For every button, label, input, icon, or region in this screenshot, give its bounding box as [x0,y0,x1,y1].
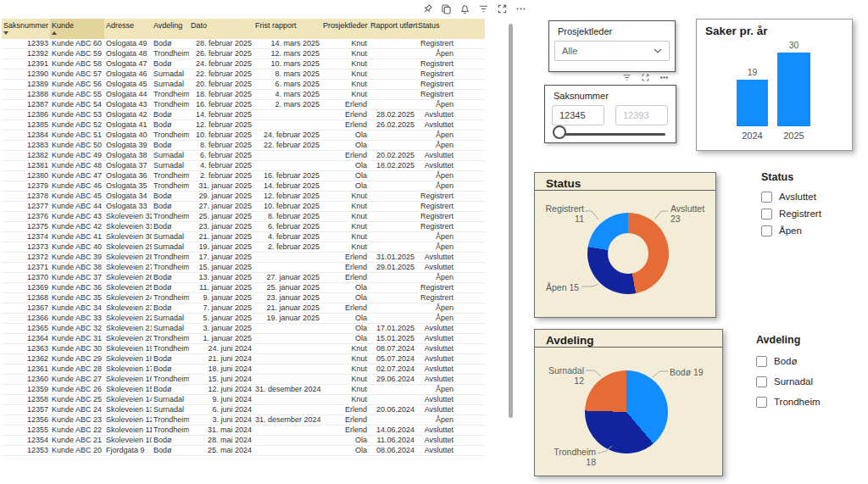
checkbox-item-avsluttet[interactable]: Avsluttet [761,188,821,205]
checkbox[interactable] [756,376,767,387]
table-cell: Registrert [416,192,455,202]
checkbox-item-bodo[interactable]: Bodø [756,351,821,371]
checkbox-item-apen[interactable]: Åpen [761,222,821,239]
avdeling-pie-card: Avdeling Surnadal 12 Bodø 19 Trondheim 1… [534,329,723,476]
table-row[interactable]: 12353Kunde ABC 20Fjordgata 9Bodø25. mai … [2,446,485,456]
prosjektleder-dropdown[interactable]: Alle [554,41,670,61]
column-header-avdeling[interactable]: Avdeling [152,19,189,39]
table-row[interactable]: 12386Kunde ABC 53Oslogata 42Bodø14. febr… [2,110,485,120]
checkbox[interactable] [761,209,772,220]
table-cell: 25. januar 2025 [253,283,321,293]
avdeling-pie-chart[interactable] [585,370,668,453]
table-row[interactable]: 12387Kunde ABC 54Oslogata 43Trondheim16.… [2,100,485,110]
table-cell-filler [455,324,485,334]
table-row[interactable]: 12358Kunde ABC 25Skoleveien 14Surnadal9.… [2,395,485,405]
checkbox[interactable] [761,225,772,236]
table-row[interactable]: 12391Kunde ABC 58Oslogata 47Bodø24. febr… [2,59,485,70]
table-row[interactable]: 12385Kunde ABC 52Oslogata 41Bodø12. febr… [2,120,485,131]
checkbox[interactable] [761,192,772,203]
column-header-frist-rapport[interactable]: Frist rapport [253,19,321,39]
column-header-status[interactable]: Status [416,19,455,39]
table-row[interactable]: 12366Kunde ABC 33Skoleveien 22Surnadal5.… [2,314,485,324]
table-row[interactable]: 12380Kunde ABC 47Oslogata 36Trondheim2. … [2,171,485,181]
status-donut-chart[interactable] [587,213,669,294]
table-row[interactable]: 12388Kunde ABC 55Oslogata 44Trondheim18.… [2,90,485,100]
cases-table-grid: Saksnummer Kunde Adresse Avdeling Dato F… [2,19,485,456]
table-row[interactable]: 12374Kunde ABC 41Skoleveien 30Surnadal21… [2,232,485,242]
table-row[interactable]: 12372Kunde ABC 39Skoleveien 28Trondheim1… [2,253,485,263]
table-cell: 29.01.2025 [369,263,416,273]
table-row[interactable]: 12364Kunde ABC 31Skoleveien 20Trondheim1… [2,334,485,344]
slicer-title: Prosjektleder [558,26,670,36]
range-slider-handle[interactable] [553,125,566,139]
checkbox[interactable] [756,397,767,408]
table-row[interactable]: 12378Kunde ABC 45Oslogata 34Bodø29. janu… [2,192,485,202]
bar[interactable] [737,80,768,126]
table-row[interactable]: 12354Kunde ABC 21Skoleveien 10Bodø28. ma… [2,436,485,446]
more-options-icon[interactable] [515,3,526,14]
table-row[interactable]: 12373Kunde ABC 40Skoleveien 29Surnadal19… [2,242,485,253]
table-cell: Kunde ABC 38 [50,263,104,273]
checkbox-item-surnadal[interactable]: Surnadal [756,371,821,392]
table-row[interactable]: 12383Kunde ABC 50Oslogata 39Bodø8. febru… [2,141,485,151]
table-scrollbar[interactable] [509,24,513,418]
checkbox[interactable] [756,356,767,367]
table-row[interactable]: 12362Kunde ABC 29Skoleveien 18Bodø21. ju… [2,354,485,364]
table-cell: 22. februar 2025 [189,70,253,80]
table-row[interactable]: 12379Kunde ABC 46Oslogata 35Trondheim31.… [2,181,485,192]
table-row[interactable]: 12357Kunde ABC 24Skoleveien 13Surnadal6.… [2,405,485,415]
table-row[interactable]: 12363Kunde ABC 30Skoleveien 19Trondheim2… [2,344,485,354]
card-header: Avdeling [535,330,722,348]
alert-icon[interactable] [459,3,470,14]
table-row[interactable]: 12367Kunde ABC 34Skoleveien 23Bodø7. jan… [2,303,485,314]
column-header-dato[interactable]: Dato [189,19,253,39]
focus-mode-icon[interactable] [640,72,650,82]
table-row[interactable]: 12371Kunde ABC 38Skoleveien 27Trondheim1… [2,263,485,273]
table-row[interactable]: 12356Kunde ABC 23Skoleveien 12Trondheim3… [2,415,485,426]
table-row[interactable]: 12382Kunde ABC 49Oslogata 38Surnadal6. f… [2,151,485,161]
table-row[interactable]: 12390Kunde ABC 57Oslogata 46Surnadal22. … [2,70,485,80]
table-cell: 14.06.2024 [369,426,416,436]
table-cell: 21. januar 2025 [189,232,253,242]
table-row[interactable]: 12375Kunde ABC 42Skoleveien 31Bodø23. ja… [2,222,485,232]
table-cell: Kunde ABC 51 [50,131,104,141]
table-row[interactable]: 12370Kunde ABC 37Skoleveien 26Bodø13. ja… [2,273,485,283]
table-cell: Åpen [416,171,455,181]
table-cell: 5. januar 2025 [189,314,253,324]
table-row[interactable]: 12360Kunde ABC 27Skoleveien 16Trondheim1… [2,375,485,385]
more-options-icon[interactable] [659,72,669,82]
range-start-input[interactable] [552,105,604,125]
range-slider-track[interactable] [555,133,665,136]
bar[interactable] [777,53,810,126]
table-row[interactable]: 12355Kunde ABC 22Skoleveien 11Trondheim3… [2,426,485,436]
table-cell: Avsluttet [416,263,455,273]
focus-mode-icon[interactable] [496,3,508,14]
checkbox-item-trondheim[interactable]: Trondheim [756,392,821,412]
column-header-prosjektleder[interactable]: Prosjektleder [321,19,369,39]
table-cell-filler [455,192,485,202]
column-header-rapport-utfort[interactable]: Rapport utført [369,19,416,39]
table-row[interactable]: 12384Kunde ABC 51Oslogata 40Trondheim10.… [2,131,485,141]
table-row[interactable]: 12392Kunde ABC 59Oslogata 48Trondheim26.… [2,49,485,59]
pin-icon[interactable] [421,3,433,14]
checkbox-item-registrert[interactable]: Registrert [761,205,821,222]
table-row[interactable]: 12377Kunde ABC 44Oslogata 33Bodø27. janu… [2,202,485,212]
column-header-adresse[interactable]: Adresse [104,19,152,39]
copy-icon[interactable] [440,3,452,14]
table-row[interactable]: 12361Kunde ABC 28Skoleveien 17Bodø18. ju… [2,364,485,375]
filter-icon[interactable] [621,72,632,82]
table-row[interactable]: 12368Kunde ABC 35Skoleveien 24Trondheim9… [2,293,485,303]
table-row[interactable]: 12381Kunde ABC 48Oslogata 37Surnadal4. f… [2,161,485,171]
table-row[interactable]: 12365Kunde ABC 32Skoleveien 21Surnadal3.… [2,324,485,334]
table-row[interactable]: 12359Kunde ABC 26Skoleveien 15Bodø12. ju… [2,385,485,395]
table-row[interactable]: 12369Kunde ABC 36Skoleveien 25Bodø11. ja… [2,283,485,293]
table-row[interactable]: 12389Kunde ABC 56Oslogata 45Surnadal20. … [2,80,485,90]
table-row[interactable]: 12393Kunde ABC 60Oslogata 49Bodø28. febr… [2,39,485,49]
table-row[interactable]: 12376Kunde ABC 43Skoleveien 32Trondheim2… [2,212,485,222]
table-cell: Åpen [416,131,455,141]
table-cell: Erlend [321,415,369,426]
filter-icon[interactable] [477,3,489,14]
column-header-kunde[interactable]: Kunde [50,19,104,39]
column-header-saksnummer[interactable]: Saksnummer [2,19,50,39]
range-end-input[interactable] [615,105,668,125]
